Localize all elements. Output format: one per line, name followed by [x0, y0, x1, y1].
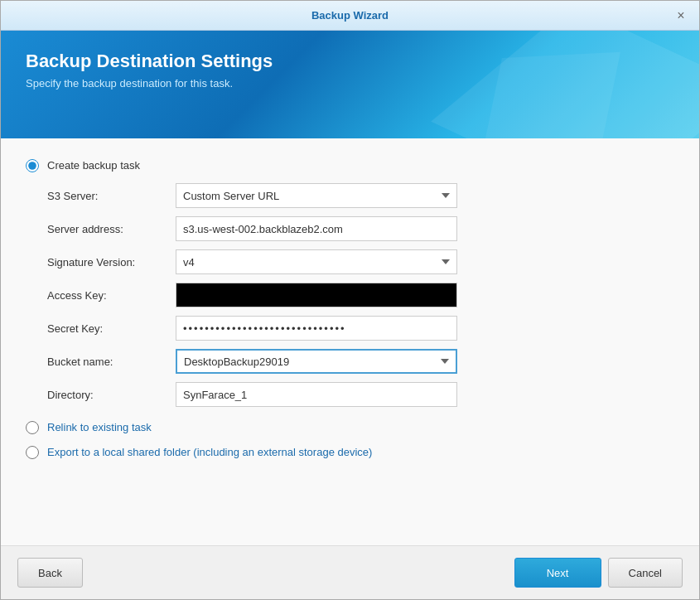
secret-key-row: Secret Key:: [47, 316, 674, 341]
directory-row: Directory:: [47, 382, 674, 407]
access-key-label: Access Key:: [47, 289, 176, 302]
relink-radio[interactable]: [26, 421, 39, 434]
bucket-name-label: Bucket name:: [47, 356, 176, 368]
server-address-control: [176, 216, 457, 241]
export-radio[interactable]: [26, 446, 39, 459]
s3-server-control: Custom Server URL Amazon S3 S3-Compatibl…: [176, 183, 457, 208]
header-banner: Backup Destination Settings Specify the …: [1, 31, 699, 138]
secret-key-control: [176, 316, 457, 341]
directory-label: Directory:: [47, 389, 176, 401]
directory-input[interactable]: [176, 382, 457, 407]
footer-right: Next Cancel: [514, 558, 683, 588]
signature-version-row: Signature Version: v4 v2: [47, 249, 674, 274]
s3-server-select[interactable]: Custom Server URL Amazon S3 S3-Compatibl…: [176, 183, 457, 208]
fields-table: S3 Server: Custom Server URL Amazon S3 S…: [47, 183, 674, 407]
footer-left: Back: [17, 558, 83, 588]
banner-subtitle: Specify the backup destination for this …: [26, 77, 674, 90]
secret-key-label: Secret Key:: [47, 322, 176, 335]
signature-version-label: Signature Version:: [47, 256, 176, 269]
banner-title: Backup Destination Settings: [26, 51, 674, 72]
title-bar: Backup Wizard ×: [1, 1, 699, 31]
relink-option[interactable]: Relink to existing task: [26, 420, 674, 435]
footer: Back Next Cancel: [1, 545, 699, 599]
server-address-input[interactable]: [176, 216, 457, 241]
cancel-button[interactable]: Cancel: [608, 558, 683, 588]
bucket-name-control: DesktopBackup29019: [176, 349, 457, 374]
directory-control: [176, 382, 457, 407]
s3-server-row: S3 Server: Custom Server URL Amazon S3 S…: [47, 183, 674, 208]
server-address-row: Server address:: [47, 216, 674, 241]
s3-server-label: S3 Server:: [47, 190, 176, 202]
server-address-label: Server address:: [47, 223, 176, 235]
secret-key-input[interactable]: [176, 316, 457, 341]
export-option[interactable]: Export to a local shared folder (includi…: [26, 445, 674, 460]
backup-wizard-window: Backup Wizard × Backup Destination Setti…: [0, 0, 700, 600]
close-button[interactable]: ×: [673, 9, 689, 22]
bucket-name-select[interactable]: DesktopBackup29019: [176, 349, 457, 374]
content-area: Create backup task S3 Server: Custom Ser…: [1, 138, 699, 545]
next-button[interactable]: Next: [514, 558, 601, 588]
access-key-control: [176, 283, 457, 307]
signature-version-control: v4 v2: [176, 249, 457, 274]
create-task-radio[interactable]: [26, 159, 39, 172]
create-task-option[interactable]: Create backup task: [26, 158, 674, 173]
access-key-input[interactable]: [176, 283, 457, 307]
bucket-name-row: Bucket name: DesktopBackup29019: [47, 349, 674, 374]
signature-version-select[interactable]: v4 v2: [176, 249, 457, 274]
relink-label[interactable]: Relink to existing task: [47, 420, 152, 435]
export-label[interactable]: Export to a local shared folder (includi…: [47, 445, 372, 460]
back-button[interactable]: Back: [17, 558, 83, 588]
window-title: Backup Wizard: [27, 9, 673, 22]
access-key-row: Access Key:: [47, 283, 674, 307]
create-task-label[interactable]: Create backup task: [47, 158, 140, 173]
